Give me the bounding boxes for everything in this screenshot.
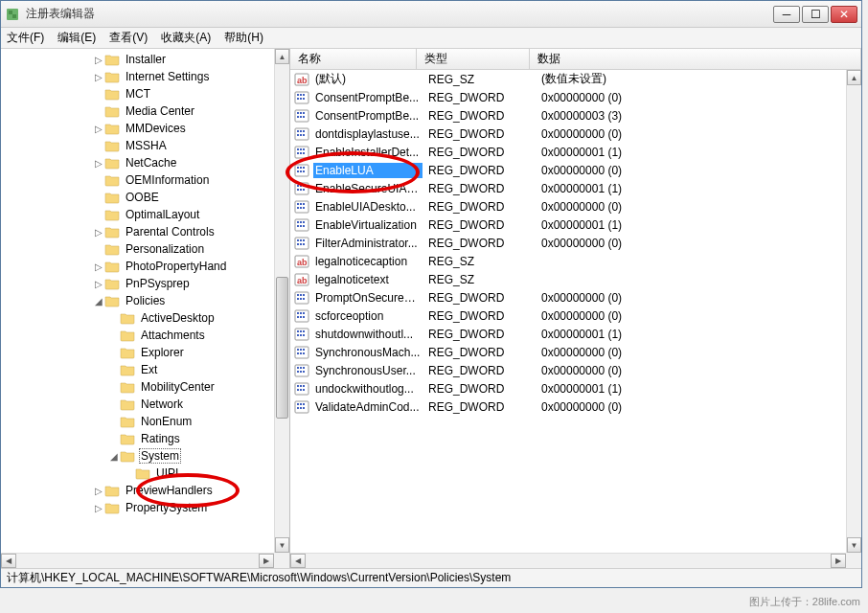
- value-row[interactable]: EnableVirtualizationREG_DWORD0x00000001 …: [290, 216, 846, 234]
- minimize-button[interactable]: ─: [773, 6, 800, 23]
- value-row[interactable]: ValidateAdminCod...REG_DWORD0x00000000 (…: [290, 397, 846, 416]
- binary-value-icon: [294, 145, 309, 160]
- value-row[interactable]: ab(默认)REG_SZ(数值未设置): [290, 70, 846, 88]
- tree-item-media-center[interactable]: Media Center: [1, 102, 274, 120]
- list-scrollbar-horizontal[interactable]: ◀ ▶: [290, 553, 846, 568]
- tree-item-explorer[interactable]: Explorer: [1, 344, 274, 361]
- menu-view[interactable]: 查看(V): [109, 30, 148, 46]
- value-row[interactable]: EnableInstallerDet...REG_DWORD0x00000001…: [290, 143, 846, 161]
- tree-item-pnpsysprep[interactable]: ▷PnPSysprep: [1, 275, 274, 292]
- tree-item-uipi[interactable]: UIPI: [1, 465, 274, 482]
- tree-item-policies[interactable]: ◢Policies: [1, 292, 274, 309]
- column-header-name[interactable]: 名称: [290, 49, 417, 69]
- tree-item-installer[interactable]: ▷Installer: [1, 51, 274, 68]
- scroll-down-button[interactable]: ▼: [275, 537, 289, 553]
- titlebar[interactable]: 注册表编辑器 ─ ☐ ✕: [1, 1, 861, 28]
- value-row[interactable]: FilterAdministrator...REG_DWORD0x0000000…: [290, 234, 846, 252]
- value-row[interactable]: ConsentPromptBe...REG_DWORD0x00000000 (0…: [290, 88, 846, 106]
- tree-item-personalization[interactable]: Personalization: [1, 240, 274, 258]
- tree-item-netcache[interactable]: ▷NetCache: [1, 154, 274, 171]
- tree-item-mct[interactable]: MCT: [1, 85, 274, 102]
- tree-toggle-icon[interactable]: ◢: [93, 296, 104, 306]
- tree-item-network[interactable]: Network: [1, 396, 274, 413]
- value-row[interactable]: shutdownwithoutl...REG_DWORD0x00000001 (…: [290, 325, 846, 343]
- tree-toggle-icon[interactable]: ▷: [93, 55, 104, 65]
- tree-toggle-icon[interactable]: ▷: [93, 486, 104, 496]
- tree-item-internet-settings[interactable]: ▷Internet Settings: [1, 68, 274, 85]
- tree-toggle-icon[interactable]: ▷: [93, 227, 104, 238]
- menu-help[interactable]: 帮助(H): [224, 30, 263, 46]
- scroll-down-button[interactable]: ▼: [847, 537, 861, 553]
- value-row[interactable]: EnableSecureUIAP...REG_DWORD0x00000001 (…: [290, 179, 846, 197]
- registry-editor-window: 注册表编辑器 ─ ☐ ✕ 文件(F) 编辑(E) 查看(V) 收藏夹(A) 帮助…: [0, 0, 862, 588]
- tree-toggle-icon[interactable]: ▷: [93, 158, 104, 169]
- value-type: REG_DWORD: [423, 364, 536, 377]
- tree-item-optimallayout[interactable]: OptimalLayout: [1, 206, 274, 223]
- value-name: dontdisplaylastuse...: [313, 126, 423, 142]
- tree-toggle-icon[interactable]: ▷: [93, 503, 104, 513]
- tree-item-photopropertyhand[interactable]: ▷PhotoPropertyHand: [1, 258, 274, 275]
- tree-item-previewhandlers[interactable]: ▷PreviewHandlers: [1, 482, 274, 499]
- tree-item-label: ActiveDesktop: [139, 310, 217, 326]
- svg-rect-45: [300, 189, 302, 191]
- scroll-up-button[interactable]: ▲: [275, 49, 289, 64]
- value-row[interactable]: PromptOnSecureD...REG_DWORD0x00000000 (0…: [290, 288, 846, 306]
- column-header-data[interactable]: 数据: [530, 49, 861, 69]
- tree-item-ext[interactable]: Ext: [1, 361, 274, 378]
- tree-item-propertysystem[interactable]: ▷PropertySystem: [1, 499, 274, 516]
- folder-icon: [104, 173, 120, 187]
- svg-rect-38: [300, 170, 302, 172]
- tree-scrollbar-horizontal[interactable]: ◀ ▶: [1, 553, 274, 568]
- scroll-right-button[interactable]: ▶: [831, 554, 846, 568]
- value-row[interactable]: ablegalnoticecaptionREG_SZ: [290, 252, 846, 270]
- tree-item-oobe[interactable]: OOBE: [1, 189, 274, 206]
- value-row[interactable]: ablegalnoticetextREG_SZ: [290, 270, 846, 288]
- value-row[interactable]: SynchronousMach...REG_DWORD0x00000000 (0…: [290, 343, 846, 361]
- tree-scroll[interactable]: ▷Installer▷Internet SettingsMCTMedia Cen…: [1, 49, 274, 553]
- tree-toggle-icon[interactable]: ▷: [93, 279, 104, 289]
- close-button[interactable]: ✕: [831, 6, 857, 23]
- scroll-right-button[interactable]: ▶: [259, 554, 274, 568]
- scroll-up-button[interactable]: ▲: [847, 70, 861, 85]
- tree-toggle-icon[interactable]: ▷: [93, 72, 104, 82]
- tree-item-mssha[interactable]: MSSHA: [1, 137, 274, 154]
- value-row[interactable]: dontdisplaylastuse...REG_DWORD0x00000000…: [290, 125, 846, 143]
- tree-toggle-icon[interactable]: ▷: [93, 124, 104, 134]
- value-row[interactable]: scforceoptionREG_DWORD0x00000000 (0): [290, 306, 846, 325]
- folder-icon: [104, 53, 120, 66]
- svg-rect-53: [303, 207, 305, 209]
- tree-item-oeminformation[interactable]: OEMInformation: [1, 171, 274, 189]
- binary-value-icon: [294, 399, 309, 415]
- value-row[interactable]: undockwithoutlog...REG_DWORD0x00000001 (…: [290, 379, 846, 397]
- value-row[interactable]: EnableUIADeskto...REG_DWORD0x00000000 (0…: [290, 197, 846, 216]
- tree-item-label: OptimalLayout: [124, 207, 201, 222]
- svg-rect-42: [300, 185, 302, 187]
- list-scrollbar-vertical[interactable]: ▲ ▼: [846, 70, 861, 553]
- tree-item-label: PhotoPropertyHand: [124, 259, 228, 274]
- tree-scroll-thumb[interactable]: [276, 277, 288, 419]
- menu-favorites[interactable]: 收藏夹(A): [161, 30, 211, 46]
- scroll-left-button[interactable]: ◀: [1, 554, 16, 568]
- value-row[interactable]: ConsentPromptBe...REG_DWORD0x00000003 (3…: [290, 106, 846, 125]
- column-header-type[interactable]: 类型: [417, 49, 530, 69]
- tree-item-system[interactable]: ◢System: [1, 447, 274, 465]
- tree-item-parental-controls[interactable]: ▷Parental Controls: [1, 223, 274, 240]
- list-body[interactable]: ab(默认)REG_SZ(数值未设置)ConsentPromptBe...REG…: [290, 70, 846, 553]
- tree-item-ratings[interactable]: Ratings: [1, 430, 274, 447]
- tree-item-mobilitycenter[interactable]: MobilityCenter: [1, 378, 274, 396]
- value-row[interactable]: EnableLUAREG_DWORD0x00000000 (0): [290, 161, 846, 179]
- tree-item-activedesktop[interactable]: ActiveDesktop: [1, 309, 274, 327]
- menu-edit[interactable]: 编辑(E): [57, 30, 96, 46]
- binary-value-icon: [294, 163, 309, 178]
- menu-file[interactable]: 文件(F): [7, 30, 44, 46]
- tree-item-attachments[interactable]: Attachments: [1, 327, 274, 344]
- maximize-button[interactable]: ☐: [802, 6, 829, 23]
- tree-toggle-icon[interactable]: ▷: [93, 261, 104, 272]
- tree-toggle-icon[interactable]: ◢: [108, 451, 120, 462]
- tree-item-nonenum[interactable]: NonEnum: [1, 413, 274, 430]
- value-data: 0x00000003 (3): [536, 109, 846, 123]
- value-row[interactable]: SynchronousUser...REG_DWORD0x00000000 (0…: [290, 361, 846, 379]
- tree-scrollbar-vertical[interactable]: ▲ ▼: [274, 49, 289, 553]
- tree-item-mmdevices[interactable]: ▷MMDevices: [1, 120, 274, 137]
- scroll-left-button[interactable]: ◀: [290, 554, 306, 568]
